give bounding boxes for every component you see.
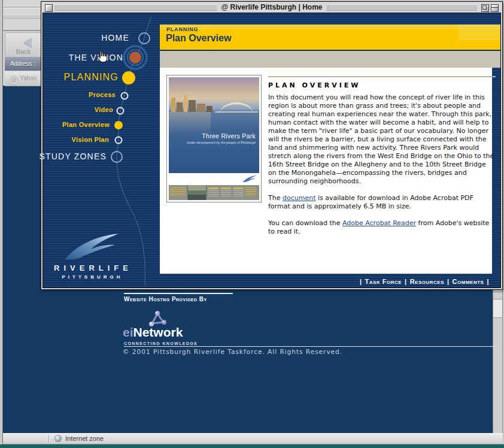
skyline-building [189,100,196,112]
einetwork-molecule-icon [147,310,168,327]
window-titlebar[interactable]: @ Riverlife Pittsburgh | Home [42,3,501,12]
at-icon: @ [10,76,19,85]
riverlife-logo: RIVERLIFE PITTSBURGH [43,232,139,280]
skyline-building [171,98,175,112]
content-panel: Three Rivers Park Under development by t… [160,68,492,274]
favorites-yahoo-button[interactable]: @Yahoo [5,71,41,86]
nav-dot-vision[interactable] [129,52,141,63]
nav-item-planning[interactable]: PLANNING [64,72,119,83]
para3-text: You can download the [268,219,342,227]
article-heading: PLAN OVERVIEW [268,81,496,89]
separator: | [487,278,489,285]
titlebar-stripes [2,5,41,8]
address-label: Address : [10,60,35,67]
status-bar: Internet zone [3,433,503,444]
mouse-cursor-hand-icon [96,50,108,63]
brochure-cover-image[interactable]: Three Rivers Park Under development by t… [166,75,262,202]
back-button-label: Back [5,48,41,55]
article: PLAN OVERVIEW In this document you will … [268,76,496,244]
copyright-text: © 2001 Pittsburgh Riverlife Taskforce. A… [123,348,342,355]
nav-item-plan-overview[interactable]: Plan Overview [62,121,110,128]
separator: | [360,278,362,285]
page-favicon-icon: @ [221,3,228,11]
footer-divider-line [124,293,233,294]
nav-dot-planning[interactable] [122,71,135,84]
task-force-link[interactable]: Task Force [365,278,402,285]
collapse-box[interactable] [491,4,499,12]
brochure-subtitle: Under development by the people of Pitts… [187,141,256,144]
toolbar-divider [2,30,41,31]
resources-link[interactable]: Resources [410,278,444,285]
back-button[interactable]: Back [5,32,42,57]
window-content: HOME THE VISION PLANNING Process Video P… [42,13,501,288]
para2-text: The [268,194,283,202]
strip-column [221,187,231,196]
separator: | [447,278,450,285]
strip-text-block [245,187,256,196]
status-divider [48,435,50,443]
document-link[interactable]: document [283,194,316,202]
nav-item-study-zones[interactable]: STUDY ZONES [39,152,107,161]
window-title: @ Riverlife Pittsburgh | Home [217,3,326,12]
nav-item-home[interactable]: HOME [101,33,129,43]
screen-frame-left [0,0,3,444]
scrollbar-track-line [493,292,502,292]
section-eyebrow: PLANNING [166,26,198,32]
section-header-band: PLANNING Plan Overview [160,25,500,51]
sidebar-nav: HOME THE VISION PLANNING Process Video P… [43,13,160,287]
article-paragraph-2: The document is available for download i… [268,194,496,211]
favorites-label: Yahoo [20,75,37,81]
nav-dot-plan-overview[interactable] [114,121,123,129]
hosting-provided-label: Website Hostng Provided By [124,296,207,302]
einetwork-tagline: Connecting Knowledge [124,341,198,346]
skyline-building [207,106,212,112]
window-footer-links: |Task Force|Resources|Comments| [160,274,500,287]
subheader-band [160,51,500,68]
strip-column [208,187,218,196]
article-paragraph-3: You can download the Adobe Acrobat Reade… [268,219,496,236]
globe-icon [54,435,62,442]
separator: | [405,278,407,285]
back-arrow-icon [23,38,32,47]
skyline-building [177,102,183,112]
einetwork-logo[interactable]: eiNetwork [123,325,183,340]
logo-pittsburgh-text: PITTSBURGH [43,274,139,280]
address-bar[interactable]: Address : [5,57,41,71]
strip-thumbnail [187,185,207,200]
window-title-text: Riverlife Pittsburgh | Home [230,3,322,11]
einetwork-logo-network: Network [133,325,183,339]
brochure-photo: Three Rivers Park Under development by t… [169,77,259,173]
nav-item-video[interactable]: Video [95,106,113,113]
page-title: Plan Overview [166,33,231,44]
strip-text-block [170,187,186,196]
zoom-box[interactable] [481,4,489,12]
scrollbar-thumb[interactable] [493,299,502,318]
titlebar-stripes [2,15,41,19]
acrobat-reader-link[interactable]: Adobe Acrobat Reader [342,219,416,227]
nav-item-process[interactable]: Process [89,91,116,98]
logo-riverlife-text: RIVERLIFE [43,264,139,273]
skyline-building [184,95,187,112]
comments-link[interactable]: Comments [453,278,484,285]
einetwork-logo-ei: ei [123,325,133,339]
browser-toolbar-strip: Back Address : @Yahoo [2,0,41,86]
bridge-deck [215,111,258,113]
status-zone-text: Internet zone [65,435,104,442]
close-box[interactable] [45,4,53,12]
nav-item-vision-plan[interactable]: Vision Plan [72,136,109,143]
skyline-building [197,104,205,112]
riverlife-swoosh-icon [61,232,121,261]
mini-swoosh-icon [242,175,257,183]
brochure-timeline-strip [169,185,259,200]
footer-rule [124,346,496,347]
main-column: PLANNING Plan Overview [160,13,500,287]
brochure-white-band [169,173,259,185]
screen-frame-bottom [0,444,504,448]
article-top-rule [268,76,496,77]
strip-column [233,187,244,196]
desktop-screen: Back Address : @Yahoo Website Hostng Pro… [0,0,504,448]
article-paragraph-1: In this document you will read how the c… [268,93,496,186]
brochure-title: Three Rivers Park [202,132,256,140]
riverlife-window: @ Riverlife Pittsburgh | Home [41,1,503,290]
